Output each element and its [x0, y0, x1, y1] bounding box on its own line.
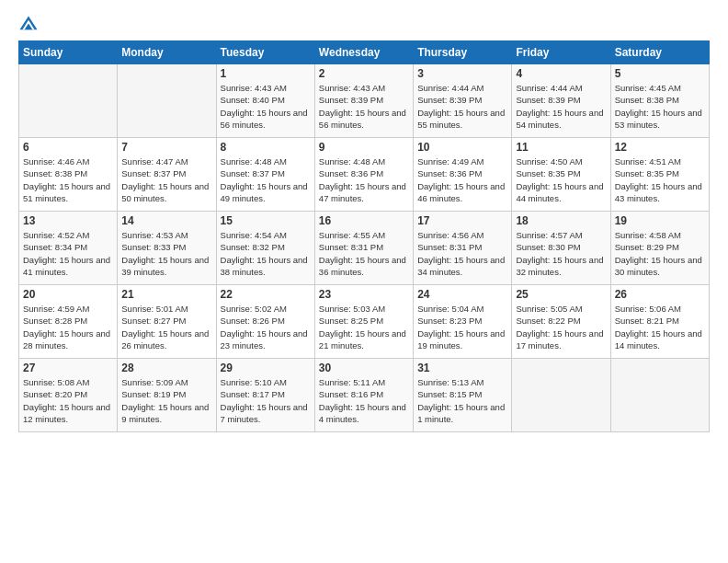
day-cell: 18Sunrise: 4:57 AM Sunset: 8:30 PM Dayli…	[512, 212, 610, 285]
day-number: 22	[221, 288, 311, 301]
day-number: 10	[417, 141, 507, 154]
day-info: Sunrise: 5:10 AM Sunset: 8:17 PM Dayligh…	[221, 376, 311, 425]
day-number: 26	[615, 288, 705, 301]
day-number: 21	[121, 288, 211, 301]
day-info: Sunrise: 4:59 AM Sunset: 8:28 PM Dayligh…	[23, 303, 113, 351]
week-row-5: 27Sunrise: 5:08 AM Sunset: 8:20 PM Dayli…	[19, 359, 710, 432]
week-row-2: 6Sunrise: 4:46 AM Sunset: 8:38 PM Daylig…	[19, 138, 710, 212]
day-cell: 4Sunrise: 4:44 AM Sunset: 8:39 PM Daylig…	[512, 64, 610, 138]
day-number: 23	[319, 288, 409, 301]
day-number: 1	[221, 67, 311, 80]
day-info: Sunrise: 4:46 AM Sunset: 8:38 PM Dayligh…	[23, 155, 113, 204]
day-number: 20	[23, 288, 113, 301]
day-cell: 1Sunrise: 4:43 AM Sunset: 8:40 PM Daylig…	[216, 64, 314, 138]
day-cell: 7Sunrise: 4:47 AM Sunset: 8:37 PM Daylig…	[118, 138, 216, 212]
day-number: 11	[516, 141, 606, 154]
day-number: 8	[221, 141, 311, 154]
day-info: Sunrise: 4:54 AM Sunset: 8:32 PM Dayligh…	[221, 229, 311, 278]
day-number: 16	[319, 214, 409, 227]
day-number: 25	[516, 288, 606, 301]
day-info: Sunrise: 5:03 AM Sunset: 8:25 PM Dayligh…	[319, 303, 409, 351]
day-info: Sunrise: 4:52 AM Sunset: 8:34 PM Dayligh…	[23, 229, 113, 278]
day-info: Sunrise: 5:02 AM Sunset: 8:26 PM Dayligh…	[221, 303, 311, 351]
day-cell	[610, 359, 709, 432]
day-info: Sunrise: 5:11 AM Sunset: 8:16 PM Dayligh…	[319, 376, 409, 425]
day-cell: 28Sunrise: 5:09 AM Sunset: 8:19 PM Dayli…	[118, 359, 216, 432]
logo-icon	[18, 15, 39, 35]
day-cell: 30Sunrise: 5:11 AM Sunset: 8:16 PM Dayli…	[314, 359, 413, 432]
day-info: Sunrise: 4:53 AM Sunset: 8:33 PM Dayligh…	[121, 229, 211, 278]
day-info: Sunrise: 5:04 AM Sunset: 8:23 PM Dayligh…	[417, 303, 507, 351]
day-number: 4	[516, 67, 606, 80]
day-cell	[19, 64, 118, 138]
day-cell: 17Sunrise: 4:56 AM Sunset: 8:31 PM Dayli…	[414, 212, 512, 285]
day-number: 28	[121, 362, 211, 374]
day-cell: 19Sunrise: 4:58 AM Sunset: 8:29 PM Dayli…	[610, 212, 709, 285]
day-info: Sunrise: 4:55 AM Sunset: 8:31 PM Dayligh…	[319, 229, 409, 278]
day-number: 31	[417, 362, 507, 374]
day-info: Sunrise: 4:58 AM Sunset: 8:29 PM Dayligh…	[615, 229, 705, 278]
day-info: Sunrise: 4:56 AM Sunset: 8:31 PM Dayligh…	[417, 229, 507, 278]
day-info: Sunrise: 4:45 AM Sunset: 8:38 PM Dayligh…	[615, 82, 705, 131]
day-info: Sunrise: 5:09 AM Sunset: 8:19 PM Dayligh…	[121, 376, 211, 425]
day-number: 30	[319, 362, 409, 374]
header-cell-monday: Monday	[118, 41, 216, 64]
header	[18, 15, 710, 35]
day-cell: 10Sunrise: 4:49 AM Sunset: 8:36 PM Dayli…	[414, 138, 512, 212]
day-info: Sunrise: 4:50 AM Sunset: 8:35 PM Dayligh…	[516, 155, 606, 204]
day-info: Sunrise: 4:48 AM Sunset: 8:36 PM Dayligh…	[319, 155, 409, 204]
day-number: 3	[417, 67, 507, 80]
day-cell: 21Sunrise: 5:01 AM Sunset: 8:27 PM Dayli…	[118, 285, 216, 359]
day-cell: 27Sunrise: 5:08 AM Sunset: 8:20 PM Dayli…	[19, 359, 118, 432]
day-info: Sunrise: 5:05 AM Sunset: 8:22 PM Dayligh…	[516, 303, 606, 351]
day-number: 27	[23, 362, 113, 374]
day-info: Sunrise: 4:49 AM Sunset: 8:36 PM Dayligh…	[417, 155, 507, 204]
day-number: 12	[615, 141, 705, 154]
day-cell: 15Sunrise: 4:54 AM Sunset: 8:32 PM Dayli…	[216, 212, 314, 285]
week-row-1: 1Sunrise: 4:43 AM Sunset: 8:40 PM Daylig…	[19, 64, 710, 138]
header-cell-saturday: Saturday	[610, 41, 709, 64]
day-cell: 31Sunrise: 5:13 AM Sunset: 8:15 PM Dayli…	[414, 359, 512, 432]
logo	[18, 15, 40, 35]
day-info: Sunrise: 4:48 AM Sunset: 8:37 PM Dayligh…	[221, 155, 311, 204]
day-info: Sunrise: 4:47 AM Sunset: 8:37 PM Dayligh…	[121, 155, 211, 204]
calendar-body: 1Sunrise: 4:43 AM Sunset: 8:40 PM Daylig…	[19, 64, 710, 432]
day-cell: 16Sunrise: 4:55 AM Sunset: 8:31 PM Dayli…	[314, 212, 413, 285]
day-cell: 11Sunrise: 4:50 AM Sunset: 8:35 PM Dayli…	[512, 138, 610, 212]
day-info: Sunrise: 5:01 AM Sunset: 8:27 PM Dayligh…	[121, 303, 211, 351]
day-number: 7	[121, 141, 211, 154]
day-cell	[118, 64, 216, 138]
day-info: Sunrise: 5:06 AM Sunset: 8:21 PM Dayligh…	[615, 303, 705, 351]
week-row-3: 13Sunrise: 4:52 AM Sunset: 8:34 PM Dayli…	[19, 212, 710, 285]
day-cell: 29Sunrise: 5:10 AM Sunset: 8:17 PM Dayli…	[216, 359, 314, 432]
day-cell: 26Sunrise: 5:06 AM Sunset: 8:21 PM Dayli…	[610, 285, 709, 359]
day-info: Sunrise: 5:08 AM Sunset: 8:20 PM Dayligh…	[23, 376, 113, 425]
day-number: 18	[516, 214, 606, 227]
day-number: 29	[221, 362, 311, 374]
day-number: 19	[615, 214, 705, 227]
day-info: Sunrise: 5:13 AM Sunset: 8:15 PM Dayligh…	[417, 376, 507, 425]
header-cell-tuesday: Tuesday	[216, 41, 314, 64]
day-cell: 9Sunrise: 4:48 AM Sunset: 8:36 PM Daylig…	[314, 138, 413, 212]
header-cell-friday: Friday	[512, 41, 610, 64]
day-number: 6	[23, 141, 113, 154]
day-cell: 2Sunrise: 4:43 AM Sunset: 8:39 PM Daylig…	[314, 64, 413, 138]
day-number: 9	[319, 141, 409, 154]
day-number: 5	[615, 67, 705, 80]
day-cell: 14Sunrise: 4:53 AM Sunset: 8:33 PM Dayli…	[118, 212, 216, 285]
day-info: Sunrise: 4:44 AM Sunset: 8:39 PM Dayligh…	[417, 82, 507, 131]
day-cell	[512, 359, 610, 432]
day-cell: 12Sunrise: 4:51 AM Sunset: 8:35 PM Dayli…	[610, 138, 709, 212]
week-row-4: 20Sunrise: 4:59 AM Sunset: 8:28 PM Dayli…	[19, 285, 710, 359]
day-number: 14	[121, 214, 211, 227]
header-row: SundayMondayTuesdayWednesdayThursdayFrid…	[19, 41, 710, 64]
day-cell: 3Sunrise: 4:44 AM Sunset: 8:39 PM Daylig…	[414, 64, 512, 138]
day-info: Sunrise: 4:43 AM Sunset: 8:40 PM Dayligh…	[221, 82, 311, 131]
header-cell-sunday: Sunday	[19, 41, 118, 64]
day-cell: 5Sunrise: 4:45 AM Sunset: 8:38 PM Daylig…	[610, 64, 709, 138]
day-number: 17	[417, 214, 507, 227]
day-cell: 6Sunrise: 4:46 AM Sunset: 8:38 PM Daylig…	[19, 138, 118, 212]
day-cell: 20Sunrise: 4:59 AM Sunset: 8:28 PM Dayli…	[19, 285, 118, 359]
header-cell-thursday: Thursday	[414, 41, 512, 64]
day-cell: 25Sunrise: 5:05 AM Sunset: 8:22 PM Dayli…	[512, 285, 610, 359]
